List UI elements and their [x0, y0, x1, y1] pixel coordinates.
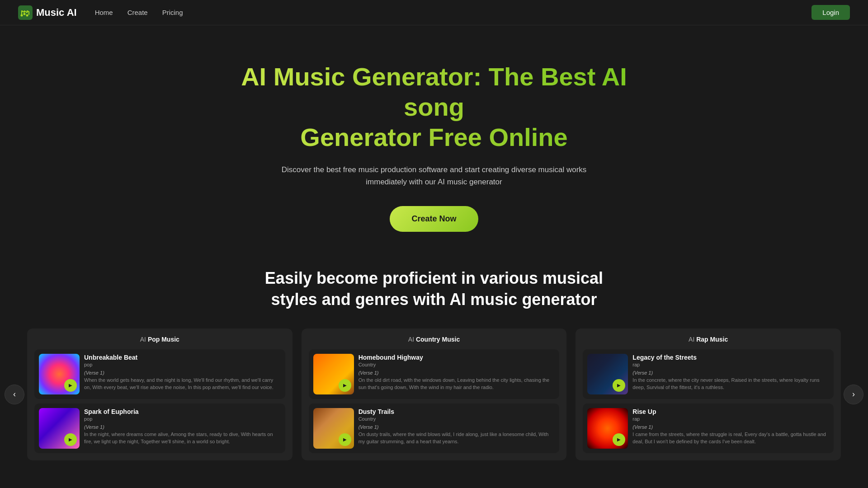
nav-pricing[interactable]: Pricing: [162, 9, 183, 16]
music-title: Dusty Trails: [359, 408, 555, 415]
music-lyrics: When the world gets heavy, and the night…: [84, 376, 281, 391]
music-genre-tag: pop: [84, 362, 281, 367]
play-button[interactable]: ▶: [339, 433, 351, 446]
music-thumbnail: ▶: [313, 354, 354, 394]
music-info: Dusty TrailsCountry(Verse 1)On dusty tra…: [359, 408, 555, 446]
genre-card-country: AI Country Music▶Homebound HighwayCountr…: [302, 328, 567, 460]
music-thumbnail: ▶: [587, 354, 628, 394]
list-item: ▶Rise Uprap(Verse 1)I came from the stre…: [583, 404, 834, 453]
genre-label-rap: AI Rap Music: [583, 336, 834, 343]
music-lyrics: I came from the streets, where the strug…: [632, 431, 829, 446]
music-thumbnail: ▶: [39, 354, 80, 394]
list-item: ▶Homebound HighwayCountry(Verse 1)On the…: [309, 349, 560, 399]
music-lyrics: In the concrete, where the city never sl…: [632, 376, 829, 391]
music-info: Spark of Euphoriapop(Verse 1)In the nigh…: [84, 408, 281, 446]
play-button[interactable]: ▶: [613, 433, 625, 446]
hero-subtitle: Discover the best free music production …: [280, 164, 588, 188]
carousel-next-button[interactable]: ›: [844, 385, 863, 404]
nav-links: Home Create Pricing: [95, 9, 183, 17]
hero-title-line2: Generator Free Online: [300, 123, 567, 151]
genre-label-pop: AI Pop Music: [34, 336, 285, 343]
carousel-prev-button[interactable]: ‹: [5, 385, 24, 404]
logo-icon: [18, 5, 33, 20]
list-item: ▶Legacy of the Streetsrap(Verse 1)In the…: [583, 349, 834, 399]
svg-point-1: [21, 14, 23, 16]
play-button[interactable]: ▶: [64, 379, 77, 392]
create-now-button[interactable]: Create Now: [390, 206, 478, 232]
genre-label-country: AI Country Music: [309, 336, 560, 343]
svg-rect-0: [18, 5, 33, 20]
hero-title: AI Music Generator: The Best AI song Gen…: [231, 61, 637, 153]
hero-section: AI Music Generator: The Best AI song Gen…: [0, 25, 868, 259]
music-info: Unbreakable Beatpop(Verse 1)When the wor…: [84, 354, 281, 391]
play-button[interactable]: ▶: [339, 379, 351, 392]
music-info: Rise Uprap(Verse 1)I came from the stree…: [632, 408, 829, 446]
list-item: ▶Spark of Euphoriapop(Verse 1)In the nig…: [34, 404, 285, 453]
lyrics-verse-label: (Verse 1): [632, 370, 829, 375]
nav-create[interactable]: Create: [127, 9, 148, 16]
lyrics-verse-label: (Verse 1): [359, 424, 555, 430]
music-lyrics: On dusty trails, where the wind blows wi…: [359, 431, 555, 446]
logo-text: Music AI: [36, 7, 77, 19]
nav-home[interactable]: Home: [95, 9, 113, 16]
music-genre-tag: Country: [359, 416, 555, 422]
lyrics-verse-label: (Verse 1): [84, 370, 281, 375]
lyrics-verse-label: (Verse 1): [359, 370, 555, 375]
hero-title-line1: AI Music Generator: The Best AI song: [241, 62, 627, 121]
genre-card-rap: AI Rap Music▶Legacy of the Streetsrap(Ve…: [576, 328, 841, 460]
svg-point-3: [26, 14, 28, 16]
play-button[interactable]: ▶: [64, 433, 77, 446]
music-lyrics: On the old dirt road, with the windows d…: [359, 376, 555, 391]
carousel-container: ‹ AI Pop Music▶Unbreakable Beatpop(Verse…: [0, 328, 868, 460]
music-genre-tag: Country: [359, 362, 555, 367]
music-thumbnail: ▶: [587, 408, 628, 449]
nav-left: Music AI Home Create Pricing: [18, 5, 183, 20]
music-title: Legacy of the Streets: [632, 354, 829, 361]
play-button[interactable]: ▶: [613, 379, 625, 392]
svg-point-2: [24, 13, 26, 15]
lyrics-verse-label: (Verse 1): [84, 424, 281, 430]
music-info: Homebound HighwayCountry(Verse 1)On the …: [359, 354, 555, 391]
music-title: Spark of Euphoria: [84, 408, 281, 415]
genre-card-pop: AI Pop Music▶Unbreakable Beatpop(Verse 1…: [27, 328, 292, 460]
cards-grid: AI Pop Music▶Unbreakable Beatpop(Verse 1…: [27, 328, 841, 460]
music-genre-tag: pop: [84, 416, 281, 422]
section-heading: Easily become proficient in various musi…: [231, 259, 637, 328]
navbar: Music AI Home Create Pricing Login: [0, 0, 868, 25]
logo[interactable]: Music AI: [18, 5, 77, 20]
music-genre-tag: rap: [632, 416, 829, 422]
lyrics-verse-label: (Verse 1): [632, 424, 829, 430]
login-button[interactable]: Login: [811, 5, 850, 20]
music-title: Rise Up: [632, 408, 829, 415]
list-item: ▶Dusty TrailsCountry(Verse 1)On dusty tr…: [309, 404, 560, 453]
music-title: Unbreakable Beat: [84, 354, 281, 361]
list-item: ▶Unbreakable Beatpop(Verse 1)When the wo…: [34, 349, 285, 399]
music-title: Homebound Highway: [359, 354, 555, 361]
music-lyrics: In the night, where dreams come alive, A…: [84, 431, 281, 446]
music-thumbnail: ▶: [313, 408, 354, 449]
music-info: Legacy of the Streetsrap(Verse 1)In the …: [632, 354, 829, 391]
music-thumbnail: ▶: [39, 408, 80, 449]
music-genre-tag: rap: [632, 362, 829, 367]
